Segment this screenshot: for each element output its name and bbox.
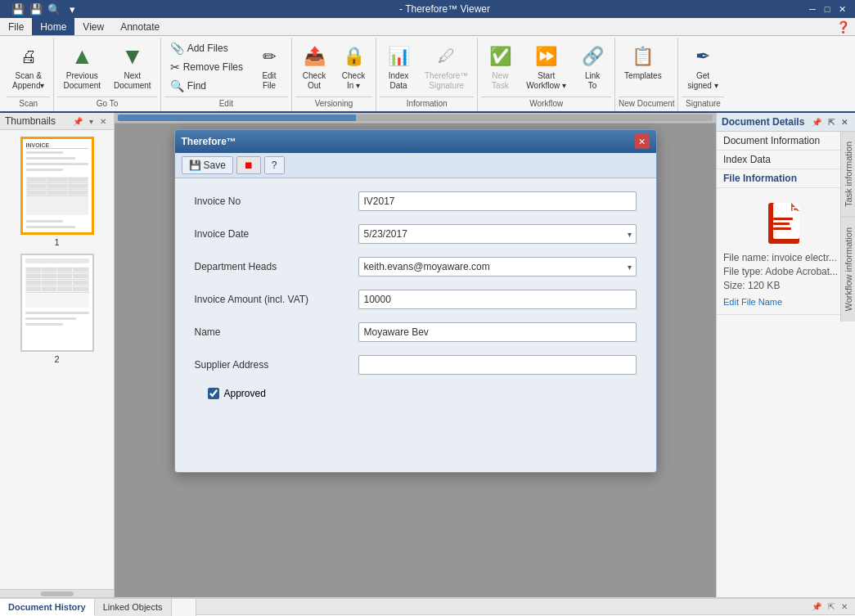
index-data-label: IndexData xyxy=(389,71,408,91)
edit-small-buttons: 📎 Add Files ✂ Remove Files 🔍 Find xyxy=(164,39,249,95)
help-icon[interactable]: ❓ xyxy=(836,20,850,34)
app-icon: 💾 xyxy=(10,1,26,17)
dept-heads-select[interactable]: keith.evans@moyaware.com xyxy=(358,257,637,277)
new-task-icon: ✅ xyxy=(487,43,513,70)
versioning-group-content: 📤 CheckOut 🔒 CheckIn ▾ xyxy=(295,39,372,95)
document-information-section[interactable]: Document Information xyxy=(717,132,855,151)
side-tabs: Task information Workflow information xyxy=(840,131,855,321)
thumbnail-1[interactable]: INVOICE 1 xyxy=(20,137,94,247)
index-data-button[interactable]: 📊 IndexData xyxy=(380,39,417,95)
invoice-amount-input[interactable] xyxy=(358,290,637,309)
bottom-panel-float[interactable]: ⇱ xyxy=(826,601,837,612)
close-button[interactable]: ✕ xyxy=(835,2,848,16)
name-input[interactable] xyxy=(358,322,637,342)
information-group-content: 📊 IndexData 🖊 Therefore™Signature xyxy=(380,39,474,95)
checkin-label: CheckIn ▾ xyxy=(342,71,365,91)
checkout-icon: 📤 xyxy=(301,43,327,70)
details-close-button[interactable]: ✕ xyxy=(839,117,850,128)
add-files-button[interactable]: 📎 Add Files xyxy=(164,39,249,57)
workflow-information-tab[interactable]: Workflow information xyxy=(841,217,855,321)
approved-label: Approved xyxy=(224,388,266,399)
invoice-date-wrapper: ▾ xyxy=(358,224,637,244)
title-bar-left: 💾 💾 🔍 ▾ xyxy=(7,1,83,17)
menu-file[interactable]: File xyxy=(0,18,32,35)
name-label: Name xyxy=(195,326,358,338)
invoice-date-input[interactable] xyxy=(358,224,637,244)
qat-btn-save[interactable]: 💾 xyxy=(28,1,44,17)
modal-help-button[interactable]: ? xyxy=(264,156,285,174)
qat-dropdown[interactable]: ▾ xyxy=(64,1,80,17)
qat-btn-search[interactable]: 🔍 xyxy=(46,1,62,17)
thumbnails-dropdown-button[interactable]: ▾ xyxy=(87,116,96,127)
start-workflow-button[interactable]: ⏩ StartWorkflow ▾ xyxy=(520,39,572,95)
modal-stop-button[interactable]: ⏹ xyxy=(236,156,261,174)
thumbnails-hscroll[interactable] xyxy=(0,589,114,597)
file-name-key: File name: xyxy=(723,252,772,263)
modal-close-button[interactable]: ✕ xyxy=(635,134,650,149)
scan-group-content: 🖨 Scan &Append▾ xyxy=(7,39,50,95)
minimize-button[interactable]: ─ xyxy=(806,2,819,16)
menu-view[interactable]: View xyxy=(74,18,112,35)
bottom-panel-pin[interactable]: 📌 xyxy=(809,601,824,612)
menu-home[interactable]: Home xyxy=(32,18,74,35)
invoice-no-label: Invoice No xyxy=(195,196,358,207)
form-row-approved: Approved xyxy=(195,388,637,399)
thumbnails-panel: Thumbnails 📌 ▾ ✕ INVOICE xyxy=(0,113,115,597)
checkout-button[interactable]: 📤 CheckOut xyxy=(295,39,333,95)
main-layout: Thumbnails 📌 ▾ ✕ INVOICE xyxy=(0,113,855,597)
next-document-button[interactable]: ▼ NextDocument xyxy=(108,39,157,95)
file-information-section[interactable]: File Information xyxy=(717,169,855,188)
document-details-controls: 📌 ⇱ ✕ xyxy=(809,117,850,128)
tab-linked-objects[interactable]: Linked Objects xyxy=(95,599,172,616)
get-signed-button[interactable]: ✒ Getsigned ▾ xyxy=(682,39,723,95)
start-workflow-label: StartWorkflow ▾ xyxy=(526,71,566,91)
window-controls: ─ □ ✕ xyxy=(806,2,848,16)
supplier-address-input[interactable] xyxy=(358,355,637,375)
remove-files-button[interactable]: ✂ Remove Files xyxy=(164,58,249,76)
thumbnails-close-button[interactable]: ✕ xyxy=(97,116,109,127)
invoice-date-label: Invoice Date xyxy=(195,228,358,240)
find-icon: 🔍 xyxy=(170,79,184,92)
bottom-panel-close[interactable]: ✕ xyxy=(839,601,850,612)
previous-document-button[interactable]: ▲ PreviousDocument xyxy=(57,39,106,95)
templates-button[interactable]: 📋 Templates xyxy=(619,39,668,85)
thumbnail-2-label: 2 xyxy=(54,354,59,364)
details-float-button[interactable]: ⇱ xyxy=(826,117,837,128)
thumbnails-pin-button[interactable]: 📌 xyxy=(70,116,85,127)
index-data-section[interactable]: Index Data xyxy=(717,151,855,169)
maximize-button[interactable]: □ xyxy=(821,2,834,16)
modal-body: Invoice No Invoice Date ▾ Department Hea xyxy=(175,178,656,412)
right-bottom-panel: 📌 ⇱ ✕ xyxy=(196,599,855,616)
edit-file-name-link[interactable]: Edit File Name xyxy=(723,297,782,307)
workflow-group-label: Workflow xyxy=(481,97,611,110)
new-document-group-content: 📋 Templates xyxy=(619,39,674,95)
versioning-group-label: Versioning xyxy=(295,97,372,110)
link-to-button[interactable]: 🔗 LinkTo xyxy=(574,39,611,95)
ribbon-group-versioning: 📤 CheckOut 🔒 CheckIn ▾ Versioning xyxy=(292,38,376,111)
modal-save-button[interactable]: 💾 Save xyxy=(182,156,233,174)
therefore-modal: Therefore™ ✕ 💾 Save ⏹ ? xyxy=(174,129,657,473)
ribbon-group-workflow: ✅ NewTask ⏩ StartWorkflow ▾ 🔗 LinkTo Wor… xyxy=(478,38,615,111)
file-size-row: Size: 120 KB xyxy=(723,280,848,291)
approved-checkbox[interactable] xyxy=(208,388,219,399)
invoice-no-input[interactable] xyxy=(358,191,637,211)
ribbon-group-edit: 📎 Add Files ✂ Remove Files 🔍 Find ✏ Edit… xyxy=(161,38,292,111)
new-task-button[interactable]: ✅ NewTask xyxy=(481,39,519,95)
link-to-icon: 🔗 xyxy=(579,43,605,70)
edit-file-button[interactable]: ✏ EditFile xyxy=(250,39,288,95)
therefore-signature-button[interactable]: 🖊 Therefore™Signature xyxy=(419,39,474,95)
get-signed-icon: ✒ xyxy=(690,43,716,70)
tab-document-history[interactable]: Document History xyxy=(0,599,95,616)
ribbon-group-new-document: 📋 Templates New Document xyxy=(615,38,678,111)
find-button[interactable]: 🔍 Find xyxy=(164,77,249,95)
templates-label: Templates xyxy=(624,71,662,81)
details-pin-button[interactable]: 📌 xyxy=(809,117,824,128)
menu-annotate[interactable]: Annotate xyxy=(112,18,168,35)
modal-toolbar: 💾 Save ⏹ ? xyxy=(175,153,656,178)
checkin-button[interactable]: 🔒 CheckIn ▾ xyxy=(335,39,372,95)
thumbnail-2[interactable]: 2 xyxy=(20,254,94,364)
task-information-tab[interactable]: Task information xyxy=(841,131,855,217)
file-information-label: File Information xyxy=(723,173,797,184)
scan-append-button[interactable]: 🖨 Scan &Append▾ xyxy=(7,39,50,95)
next-label: NextDocument xyxy=(114,71,151,91)
